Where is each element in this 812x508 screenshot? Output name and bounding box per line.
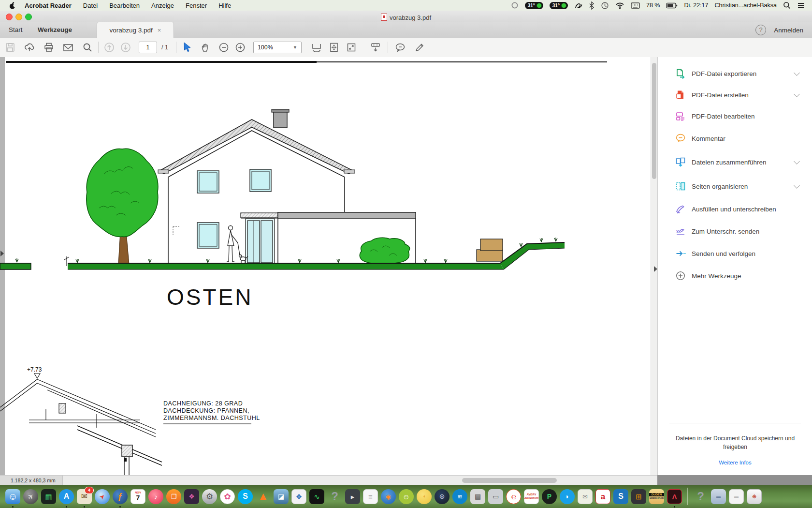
dock-item-photos[interactable]: ✿	[219, 489, 235, 505]
anmelden-button[interactable]: Anmelden	[774, 27, 803, 34]
dock-item-launchpad[interactable]: ✈	[23, 489, 39, 505]
sidebar-item-create-pdf[interactable]: PDF-Datei erstellen	[658, 87, 812, 103]
ring-icon[interactable]	[511, 1, 519, 9]
dock-item-skype[interactable]: S	[237, 489, 253, 505]
chevron-down-icon[interactable]	[794, 158, 800, 164]
sidebar-item-organize-pages[interactable]: Seiten organisieren	[658, 178, 812, 194]
print-icon[interactable]	[43, 41, 55, 54]
dock-item-safari[interactable]: ➤	[94, 489, 110, 505]
tab-close-icon[interactable]: ×	[158, 27, 161, 34]
dock-item-system-preferences[interactable]: ⚙	[202, 489, 218, 505]
dock-item-e-logo[interactable]: ℮	[506, 489, 522, 505]
menu-clock[interactable]: Di. 22:17	[684, 2, 708, 9]
tab-start[interactable]: Start	[2, 22, 29, 38]
sidebar-collapse-icon[interactable]	[654, 266, 657, 272]
dock-item-duden-bibliothek[interactable]: DUDENBibliothek	[649, 489, 665, 505]
dock-item-remote-display[interactable]: ▸	[345, 489, 361, 505]
pdf-viewport[interactable]: OSTEN +7.73 DACHNEIGUNG: 28 GRAD DACHDEC…	[0, 57, 657, 475]
dock-item-calculator[interactable]: ⊞	[631, 489, 647, 505]
dock-item-ibooks[interactable]: ❐	[166, 489, 182, 505]
dock-item-hotspot-shield[interactable]: ◗	[559, 489, 575, 505]
help-icon[interactable]: ?	[755, 25, 766, 35]
dock-item-cyberduck[interactable]: ◖	[416, 489, 432, 505]
list-icon[interactable]	[797, 2, 805, 9]
dock-item-firefox[interactable]: ƒ	[112, 489, 128, 505]
fit-page-icon[interactable]	[328, 41, 340, 54]
sidebar-item-combine-files[interactable]: Dateien zusammenführen	[658, 154, 812, 170]
dock-item-activity-monitor[interactable]: ∿	[309, 489, 325, 505]
apple-menu[interactable]	[9, 1, 19, 10]
sidebar-item-send-sign[interactable]: xZum Unterschr. senden	[658, 223, 812, 239]
zoom-in-icon[interactable]	[234, 41, 246, 54]
menu-item-anzeige[interactable]: Anzeige	[145, 2, 180, 9]
dock-item-shield-p[interactable]: P	[541, 489, 557, 505]
sidebar-item-send-track[interactable]: Senden und verfolgen	[658, 245, 812, 262]
dock-item-missing-app-1[interactable]: ?	[327, 489, 343, 505]
chevron-down-icon[interactable]	[794, 70, 800, 76]
horizontal-scrollbar-thumb[interactable]	[462, 478, 557, 483]
dock-item-steam[interactable]: ⊛	[434, 489, 450, 505]
weitere-infos-link[interactable]: Weitere Infos	[719, 460, 752, 465]
timemachine-icon[interactable]	[601, 1, 609, 10]
search-icon[interactable]	[783, 1, 791, 9]
dock-item-documents-seal[interactable]: ✉	[577, 489, 593, 505]
fullscreen-icon[interactable]	[345, 41, 358, 54]
keyboard-icon[interactable]	[631, 2, 640, 9]
next-page-icon[interactable]	[119, 41, 132, 54]
page-number-input[interactable]: 1	[139, 42, 157, 53]
email-icon[interactable]	[62, 41, 74, 54]
zoom-out-icon[interactable]	[218, 41, 230, 54]
temperature-widget-1[interactable]: 31°	[525, 2, 543, 9]
dock-item-image-viewer[interactable]: ◪	[273, 489, 289, 505]
menu-item-datei[interactable]: Datei	[77, 2, 103, 9]
sidebar-item-edit-pdf[interactable]: PDF-Datei bearbeiten	[658, 108, 812, 124]
sidebar-item-more-tools[interactable]: Mehr Werkzeuge	[658, 268, 812, 284]
menu-item-fenster[interactable]: Fenster	[180, 2, 213, 9]
menu-item-hilfe[interactable]: Hilfe	[213, 2, 237, 9]
comment-icon[interactable]	[394, 41, 406, 54]
dock-item-virtualbox[interactable]: ❖	[291, 489, 307, 505]
previous-page-icon[interactable]	[103, 41, 116, 54]
dock-item-openoffice[interactable]: ≋	[452, 489, 468, 505]
battery-icon[interactable]	[666, 2, 678, 9]
find-icon[interactable]	[81, 41, 94, 54]
hide-toolbar-icon[interactable]	[369, 41, 382, 54]
vertical-scrollbar-thumb[interactable]	[652, 63, 656, 179]
select-tool-icon[interactable]	[181, 41, 193, 54]
dock-item-android[interactable]: ☺	[398, 489, 414, 505]
temperature-widget-2[interactable]: 31°	[550, 2, 568, 9]
dock-item-photo-booth[interactable]: ❖	[184, 489, 200, 505]
dock-item-printer-photos[interactable]: ▤	[470, 489, 486, 505]
chevron-down-icon[interactable]	[794, 182, 800, 189]
dock-item-minimized-window-1[interactable]: ▬	[710, 489, 726, 505]
dock-item-mail[interactable]: ✉4	[76, 489, 92, 505]
chevron-down-icon[interactable]	[794, 91, 800, 97]
dock-item-avery-zweckform[interactable]: AVERYZweckform	[523, 489, 539, 505]
dock-item-itunes[interactable]: ♪	[148, 489, 164, 505]
battery-percent-label[interactable]: 78 %	[646, 2, 660, 9]
dock-item-finder[interactable]: ☺	[5, 489, 21, 505]
save-icon[interactable]	[4, 41, 16, 54]
dock-item-vlc[interactable]: ▲	[255, 489, 271, 505]
dock-item-minimized-window-2[interactable]: ▬	[728, 489, 744, 505]
dock-item-globe-maps[interactable]: ◉	[380, 489, 396, 505]
menu-item-bearbeiten[interactable]: Bearbeiten	[103, 2, 145, 9]
dock-item-calendar[interactable]: NOV7	[130, 489, 146, 505]
dock-item-blue-s[interactable]: S	[613, 489, 629, 505]
tab-document[interactable]: vorabzug 3.pdf ×	[97, 22, 174, 38]
tab-werkzeuge[interactable]: Werkzeuge	[31, 22, 79, 38]
dock-item-scanner[interactable]: ▭	[488, 489, 504, 505]
sidebar-item-export-pdf[interactable]: PDF-Datei exportieren	[658, 65, 812, 82]
dock-item-adobe-reader[interactable]: Λ	[667, 489, 682, 505]
dock-item-app-store[interactable]: A	[58, 489, 74, 505]
dock-item-display-app[interactable]: ▦	[41, 489, 57, 505]
highlighter-icon[interactable]	[413, 41, 426, 54]
hand-tool-icon[interactable]	[199, 41, 212, 54]
share-upload-icon[interactable]	[23, 41, 36, 54]
zoom-level-select[interactable]: 100% ▼	[253, 42, 302, 53]
dock-item-missing-app-2[interactable]: ?	[693, 489, 709, 505]
dock-item-trash-full[interactable]: ❋	[746, 489, 762, 505]
menu-item-acrobat-reader[interactable]: Acrobat Reader	[19, 2, 77, 9]
sidebar-item-fill-sign[interactable]: Ausfüllen und unterschreiben	[658, 201, 812, 217]
user-name-menu[interactable]: Christian...achel-Baksa	[714, 2, 777, 9]
